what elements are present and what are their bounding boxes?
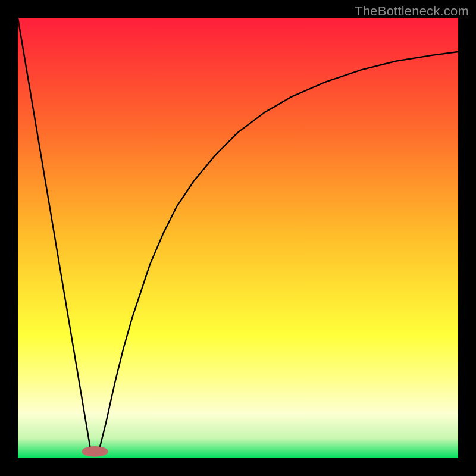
bottleneck-chart <box>18 18 458 458</box>
gradient-background <box>18 18 458 458</box>
watermark-label: TheBottleneck.com <box>355 4 469 19</box>
chart-frame: TheBottleneck.com <box>0 0 476 476</box>
bottleneck-marker <box>82 446 108 457</box>
